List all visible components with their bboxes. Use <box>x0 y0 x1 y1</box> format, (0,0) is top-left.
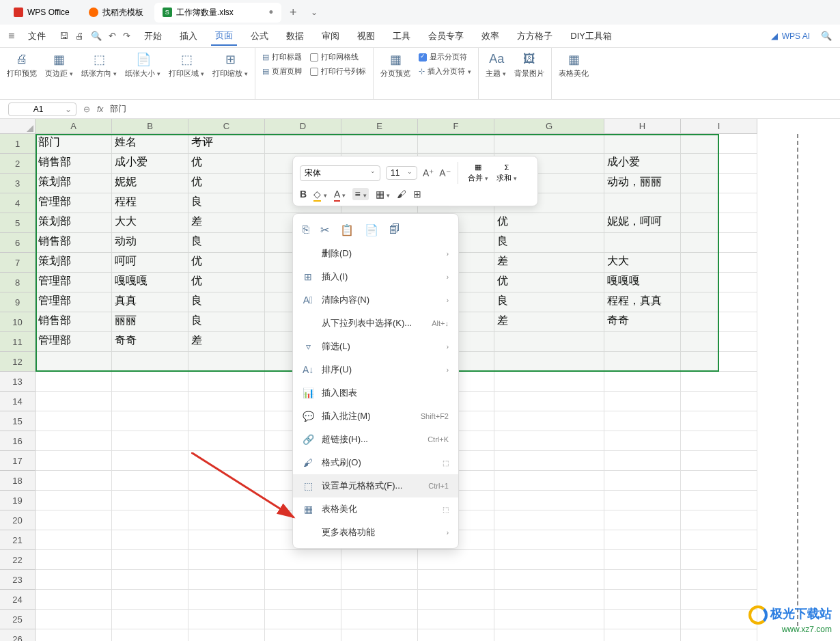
context-menu-item[interactable]: A⃠清除内容(N)› <box>293 288 458 312</box>
menu-member[interactable]: 会员专享 <box>424 27 468 45</box>
cell[interactable]: 管理部 <box>36 273 112 292</box>
paste-icon[interactable]: 📋 <box>340 223 354 236</box>
cell[interactable] <box>681 134 757 154</box>
cell[interactable] <box>112 491 188 510</box>
cell[interactable]: 差 <box>494 312 604 332</box>
cell[interactable] <box>604 590 681 610</box>
row-col-icon[interactable]: ⊞ <box>413 189 421 200</box>
cell[interactable] <box>681 431 757 451</box>
cell[interactable] <box>418 134 494 154</box>
col-header-B[interactable]: B <box>112 119 188 134</box>
cell[interactable] <box>112 550 188 570</box>
name-box[interactable]: A1 <box>8 103 76 116</box>
cell[interactable] <box>681 510 757 530</box>
cell[interactable] <box>36 392 112 411</box>
col-header-F[interactable]: F <box>418 119 494 134</box>
btn-header-footer[interactable]: ▤ 页眉页脚 <box>262 66 302 77</box>
cell[interactable] <box>188 629 265 641</box>
cell[interactable] <box>341 590 418 610</box>
cell[interactable] <box>494 590 604 610</box>
font-select[interactable]: 宋体⌄ <box>300 165 380 181</box>
row-header-3[interactable]: 3 <box>0 174 36 193</box>
cell[interactable] <box>494 550 604 570</box>
cell[interactable] <box>36 352 112 372</box>
cell[interactable] <box>494 530 604 550</box>
copy-icon[interactable]: ⎘ <box>303 223 309 236</box>
cell[interactable] <box>418 550 494 570</box>
cell[interactable] <box>112 451 188 471</box>
row-header-5[interactable]: 5 <box>0 213 36 233</box>
redo-icon[interactable]: ↷ <box>123 31 130 41</box>
cell[interactable] <box>188 352 265 372</box>
cell[interactable] <box>265 134 341 154</box>
cell[interactable]: 管理部 <box>36 332 112 352</box>
cell[interactable] <box>188 530 265 550</box>
cell[interactable] <box>681 174 757 193</box>
align-icon[interactable]: ≡ ▾ <box>352 188 368 200</box>
context-menu-item[interactable]: ·删除(D)› <box>293 242 458 265</box>
cell[interactable] <box>494 352 604 372</box>
format-painter-icon[interactable]: 🖌 <box>397 189 406 200</box>
bold-icon[interactable]: B <box>300 189 307 200</box>
cell[interactable] <box>36 431 112 451</box>
btn-theme[interactable]: Aa主题 ▾ <box>486 52 506 79</box>
row-header-6[interactable]: 6 <box>0 233 36 253</box>
context-menu-item[interactable]: ⊞插入(I)› <box>293 265 458 288</box>
cell[interactable]: 考评 <box>188 134 265 154</box>
cell[interactable] <box>604 332 681 352</box>
cell[interactable] <box>494 629 604 641</box>
cell[interactable] <box>604 629 681 641</box>
cell[interactable] <box>604 392 681 411</box>
cell[interactable]: 优 <box>494 213 604 233</box>
cell[interactable]: 销售部 <box>36 312 112 332</box>
cell[interactable] <box>341 550 418 570</box>
cell[interactable]: 策划部 <box>36 253 112 273</box>
cell[interactable] <box>36 610 112 629</box>
cell[interactable] <box>681 273 757 292</box>
cell[interactable] <box>188 451 265 471</box>
cell[interactable] <box>604 372 681 392</box>
cell[interactable] <box>681 392 757 411</box>
cell[interactable] <box>494 332 604 352</box>
cell[interactable]: 差 <box>188 213 265 233</box>
cell[interactable] <box>681 292 757 312</box>
cell[interactable] <box>112 530 188 550</box>
row-header-7[interactable]: 7 <box>0 253 36 273</box>
tab-wps-office[interactable]: WPS Office <box>5 5 78 20</box>
row-header-18[interactable]: 18 <box>0 471 36 491</box>
cell[interactable]: 策划部 <box>36 213 112 233</box>
btn-margins[interactable]: ▦页边距 ▾ <box>45 52 73 79</box>
cell[interactable]: 奇奇 <box>604 312 681 332</box>
cell[interactable] <box>604 610 681 629</box>
cell[interactable]: 良 <box>188 292 265 312</box>
row-header-26[interactable]: 26 <box>0 629 36 641</box>
cell[interactable]: 大大 <box>112 213 188 233</box>
menu-file[interactable]: 文件 <box>24 27 50 45</box>
check-show-breaks[interactable]: 显示分页符 <box>419 52 471 62</box>
btn-page-break-preview[interactable]: ▦分页预览 <box>380 52 410 79</box>
cell[interactable]: 差 <box>494 253 604 273</box>
cell[interactable] <box>681 193 757 213</box>
cancel-icon[interactable]: ⊖ <box>83 105 90 114</box>
context-menu-item[interactable]: ·从下拉列表中选择(K)...Alt+↓ <box>293 312 458 335</box>
cell[interactable] <box>36 590 112 610</box>
cell[interactable] <box>681 530 757 550</box>
cell[interactable] <box>112 629 188 641</box>
menu-data[interactable]: 数据 <box>282 27 308 45</box>
cell[interactable] <box>681 372 757 392</box>
cell[interactable]: 管理部 <box>36 193 112 213</box>
cell[interactable]: 优 <box>188 253 265 273</box>
context-menu-item[interactable]: A↓排序(U)› <box>293 358 458 381</box>
cell[interactable] <box>604 233 681 253</box>
cell[interactable]: 良 <box>494 233 604 253</box>
menu-ffgz[interactable]: 方方格子 <box>513 27 557 45</box>
row-header-12[interactable]: 12 <box>0 352 36 372</box>
cell[interactable]: 大大 <box>604 253 681 273</box>
cell[interactable] <box>36 372 112 392</box>
cell[interactable] <box>494 431 604 451</box>
col-header-C[interactable]: C <box>188 119 265 134</box>
cell[interactable] <box>604 471 681 491</box>
cell[interactable]: 优 <box>188 273 265 292</box>
cell[interactable] <box>36 629 112 641</box>
cell[interactable] <box>681 154 757 174</box>
